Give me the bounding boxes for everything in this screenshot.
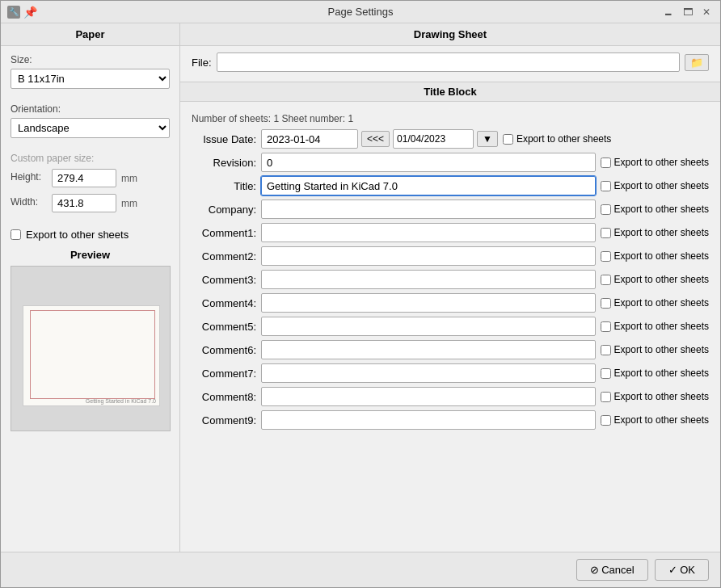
title-export-checkbox[interactable] <box>601 181 611 191</box>
comment3-export-text: Export to other sheets <box>614 274 709 285</box>
orientation-group: Orientation: Landscape Portrait <box>1 95 179 145</box>
title-export-label: Export to other sheets <box>601 180 709 191</box>
comment5-export-checkbox[interactable] <box>601 321 611 332</box>
issue-date-export-text: Export to other sheets <box>517 133 611 145</box>
date-arrow-button[interactable]: <<< <box>361 131 390 147</box>
comment9-export-checkbox[interactable] <box>601 415 611 426</box>
comment9-export-label: Export to other sheets <box>601 414 709 426</box>
revision-row: Revision: Export to other sheets <box>192 153 709 172</box>
comment9-export-text: Export to other sheets <box>614 414 709 426</box>
title-label: Title: <box>192 180 256 192</box>
comment1-input[interactable] <box>261 223 596 242</box>
titlebar-left: 🔧 📌 <box>7 6 36 19</box>
comment9-input[interactable] <box>261 410 596 430</box>
comment8-export-text: Export to other sheets <box>614 391 709 402</box>
comment4-export-text: Export to other sheets <box>614 297 709 309</box>
comment1-export-checkbox[interactable] <box>601 228 611 238</box>
comment2-export-checkbox[interactable] <box>601 251 611 262</box>
width-input[interactable] <box>52 194 116 212</box>
company-input[interactable] <box>261 200 596 219</box>
comment5-export-text: Export to other sheets <box>614 321 709 332</box>
footer: ⊘ Cancel ✓ OK <box>1 552 720 587</box>
issue-date-label: Issue Date: <box>192 133 256 145</box>
comment2-input[interactable] <box>261 246 596 266</box>
title-block-header: Title Block <box>180 82 720 102</box>
revision-label: Revision: <box>192 157 256 169</box>
comment3-input[interactable] <box>261 270 596 289</box>
file-input[interactable] <box>217 52 680 72</box>
sheet-info: Number of sheets: 1 Sheet number: 1 <box>192 113 709 124</box>
revision-input[interactable] <box>261 153 596 172</box>
issue-date-input[interactable] <box>261 129 358 149</box>
browse-button[interactable]: 📁 <box>685 54 709 71</box>
height-input[interactable] <box>52 169 116 187</box>
company-label: Company: <box>192 204 256 216</box>
comment6-input[interactable] <box>261 340 596 359</box>
company-row: Company: Export to other sheets <box>192 200 709 219</box>
custom-paper-group: Custom paper size: Height: mm Width: mm <box>1 145 179 225</box>
comment4-export-label: Export to other sheets <box>601 297 709 309</box>
company-export-checkbox[interactable] <box>601 204 611 215</box>
preview-paper: Getting Started in KiCad 7.0 <box>23 305 160 406</box>
export-label[interactable]: Export to other sheets <box>26 229 129 241</box>
minimize-button[interactable]: 🗕 <box>660 5 677 19</box>
comment5-export-label: Export to other sheets <box>601 321 709 332</box>
close-button[interactable]: ✕ <box>699 5 714 19</box>
company-export-label: Export to other sheets <box>601 204 709 215</box>
titlebar-controls: 🗕 🗖 ✕ <box>660 5 714 19</box>
comment5-input[interactable] <box>261 317 596 336</box>
comment8-label: Comment8: <box>192 391 256 403</box>
comment3-export-checkbox[interactable] <box>601 275 611 285</box>
comment7-input[interactable] <box>261 363 596 383</box>
revision-export-checkbox[interactable] <box>601 158 611 168</box>
comment5-label: Comment5: <box>192 321 256 333</box>
comment9-row: Comment9: Export to other sheets <box>192 410 709 430</box>
titlebar: 🔧 📌 Page Settings 🗕 🗖 ✕ <box>1 1 720 23</box>
comment1-row: Comment1: Export to other sheets <box>192 223 709 242</box>
title-export-text: Export to other sheets <box>614 180 709 191</box>
app-icon2: 📌 <box>23 6 36 19</box>
cancel-button[interactable]: ⊘ Cancel <box>576 559 648 581</box>
comment3-row: Comment3: Export to other sheets <box>192 270 709 289</box>
left-panel: Paper Size: B 11x17in A4 A3 Letter Legal… <box>1 23 180 552</box>
size-label: Size: <box>11 54 170 65</box>
comment6-export-label: Export to other sheets <box>601 344 709 355</box>
preview-section: Preview Getting Started in KiCad 7.0 <box>11 249 170 431</box>
title-input[interactable] <box>261 176 596 195</box>
title-row: Title: Export to other sheets <box>192 176 709 195</box>
height-label: Height: <box>11 171 47 183</box>
height-row: Height: mm <box>11 169 170 187</box>
comment2-row: Comment2: Export to other sheets <box>192 246 709 266</box>
comment7-label: Comment7: <box>192 368 256 380</box>
comment8-export-checkbox[interactable] <box>601 392 611 402</box>
export-checkbox[interactable] <box>11 229 21 240</box>
preview-paper-label: Getting Started in KiCad 7.0 <box>86 398 156 404</box>
ok-button[interactable]: ✓ OK <box>655 559 709 581</box>
comment6-row: Comment6: Export to other sheets <box>192 340 709 359</box>
orientation-select[interactable]: Landscape Portrait <box>11 118 170 138</box>
comment8-input[interactable] <box>261 387 596 406</box>
size-select[interactable]: B 11x17in A4 A3 Letter Legal <box>11 69 170 89</box>
comment2-export-label: Export to other sheets <box>601 250 709 262</box>
maximize-button[interactable]: 🗖 <box>680 5 696 19</box>
comment6-export-checkbox[interactable] <box>601 345 611 355</box>
preview-header: Preview <box>11 249 170 261</box>
comment4-row: Comment4: Export to other sheets <box>192 293 709 313</box>
comment4-input[interactable] <box>261 293 596 313</box>
export-checkbox-row: Export to other sheets <box>1 225 179 244</box>
comment2-export-text: Export to other sheets <box>614 250 709 262</box>
comment7-row: Comment7: Export to other sheets <box>192 363 709 383</box>
dialog-title: Page Settings <box>328 6 394 18</box>
issue-date-row: Issue Date: <<< ▼ Export to other sheets <box>192 129 709 149</box>
title-block-section: Number of sheets: 1 Sheet number: 1 Issu… <box>180 105 720 437</box>
comment7-export-checkbox[interactable] <box>601 368 611 379</box>
date-picker-input[interactable] <box>393 129 474 149</box>
issue-date-export-checkbox[interactable] <box>503 134 513 145</box>
right-panel: Drawing Sheet File: 📁 Title Block Number… <box>180 23 720 552</box>
revision-export-label: Export to other sheets <box>601 157 709 168</box>
preview-paper-inner <box>30 310 155 399</box>
file-label: File: <box>192 57 212 69</box>
size-group: Size: B 11x17in A4 A3 Letter Legal <box>1 46 179 95</box>
date-dropdown-button[interactable]: ▼ <box>477 131 498 147</box>
comment4-export-checkbox[interactable] <box>601 298 611 309</box>
